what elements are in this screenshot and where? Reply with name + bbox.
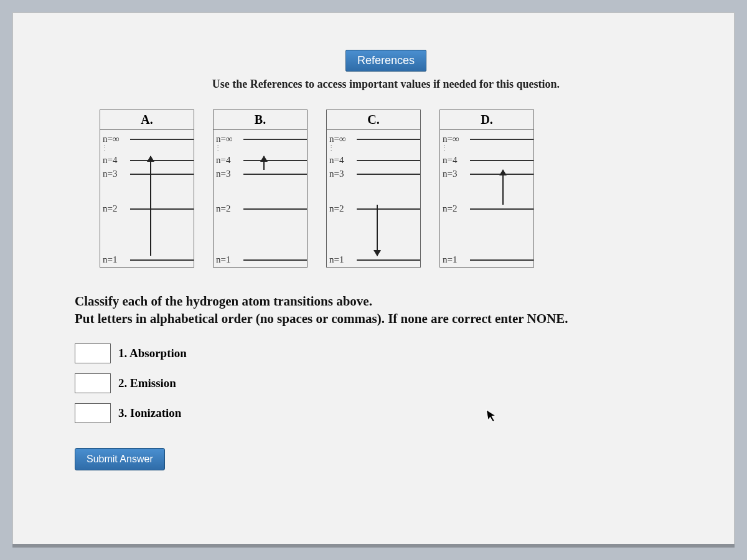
submit-row: Submit Answer bbox=[75, 448, 697, 470]
answer-absorption-row: 1. Absorption bbox=[75, 343, 697, 363]
level-label: n=4 bbox=[443, 155, 466, 166]
panel-c-body: n=∞ ··· n=4 n=3 n=2 n=1 bbox=[327, 130, 420, 267]
level-label: n=1 bbox=[443, 254, 466, 265]
question-sheet: References Use the References to access … bbox=[12, 12, 735, 548]
level-label: n=3 bbox=[443, 169, 466, 179]
ionization-label: 3. Ionization bbox=[118, 406, 181, 420]
absorption-label: 1. Absorption bbox=[118, 347, 187, 360]
level-label: n=4 bbox=[103, 155, 126, 166]
level-label: n=2 bbox=[103, 203, 126, 214]
arrow-c-down bbox=[377, 205, 378, 256]
answer-ionization-row: 3. Ionization bbox=[75, 403, 697, 423]
level-label: n=4 bbox=[329, 155, 353, 166]
panel-c: C. n=∞ ··· n=4 n=3 n=2 n=1 bbox=[326, 110, 421, 268]
arrow-d-up bbox=[502, 170, 504, 205]
level-label: n=∞ bbox=[103, 134, 126, 144]
level-label: n=3 bbox=[216, 169, 240, 179]
bottom-edge bbox=[12, 544, 735, 548]
level-label: n=3 bbox=[329, 169, 353, 179]
emission-label: 2. Emission bbox=[118, 376, 176, 390]
references-row: References bbox=[75, 50, 697, 72]
panel-b-label: B. bbox=[214, 110, 307, 130]
references-note: Use the References to access important v… bbox=[75, 78, 697, 91]
level-label: n=1 bbox=[216, 254, 240, 265]
absorption-input[interactable] bbox=[75, 343, 111, 363]
submit-answer-button[interactable]: Submit Answer bbox=[75, 448, 165, 470]
level-label: n=2 bbox=[329, 203, 353, 214]
panel-c-label: C. bbox=[327, 110, 420, 130]
references-button[interactable]: References bbox=[345, 50, 426, 72]
panel-d-label: D. bbox=[440, 110, 533, 130]
level-label: n=1 bbox=[329, 254, 353, 265]
question-prompt: Classify each of the hydrogen atom trans… bbox=[75, 292, 697, 328]
level-label: n=3 bbox=[103, 169, 126, 179]
prompt-line-2: Put letters in alphabetical order (no sp… bbox=[75, 311, 568, 326]
level-label: n=2 bbox=[443, 203, 466, 214]
level-label: n=∞ bbox=[443, 134, 466, 144]
level-label: n=2 bbox=[216, 203, 240, 214]
level-label: n=∞ bbox=[329, 134, 353, 144]
panel-a-label: A. bbox=[100, 110, 194, 130]
panel-d-body: n=∞ ··· n=4 n=3 n=2 n=1 bbox=[440, 130, 533, 267]
panel-b: B. n=∞ ··· n=4 n=3 n=2 n=1 bbox=[213, 110, 308, 268]
level-label: n=∞ bbox=[216, 134, 240, 144]
panel-a-body: n=∞ ··· n=4 n=3 n=2 n=1 bbox=[100, 130, 194, 267]
arrow-b-up bbox=[263, 156, 265, 170]
panel-a: A. n=∞ ··· n=4 n=3 n=2 n=1 bbox=[100, 110, 194, 268]
prompt-line-1: Classify each of the hydrogen atom trans… bbox=[75, 294, 372, 309]
ionization-input[interactable] bbox=[75, 403, 111, 423]
cursor-icon bbox=[486, 408, 499, 424]
answer-emission-row: 2. Emission bbox=[75, 373, 697, 393]
panel-b-body: n=∞ ··· n=4 n=3 n=2 n=1 bbox=[214, 130, 307, 267]
panel-d: D. n=∞ ··· n=4 n=3 n=2 n=1 bbox=[439, 110, 534, 268]
energy-diagrams: A. n=∞ ··· n=4 n=3 n=2 n=1 B. n=∞ ··· n=… bbox=[100, 110, 672, 268]
emission-input[interactable] bbox=[75, 373, 111, 393]
arrow-a-up bbox=[150, 156, 151, 256]
level-label: n=4 bbox=[216, 155, 240, 166]
level-label: n=1 bbox=[103, 254, 126, 265]
